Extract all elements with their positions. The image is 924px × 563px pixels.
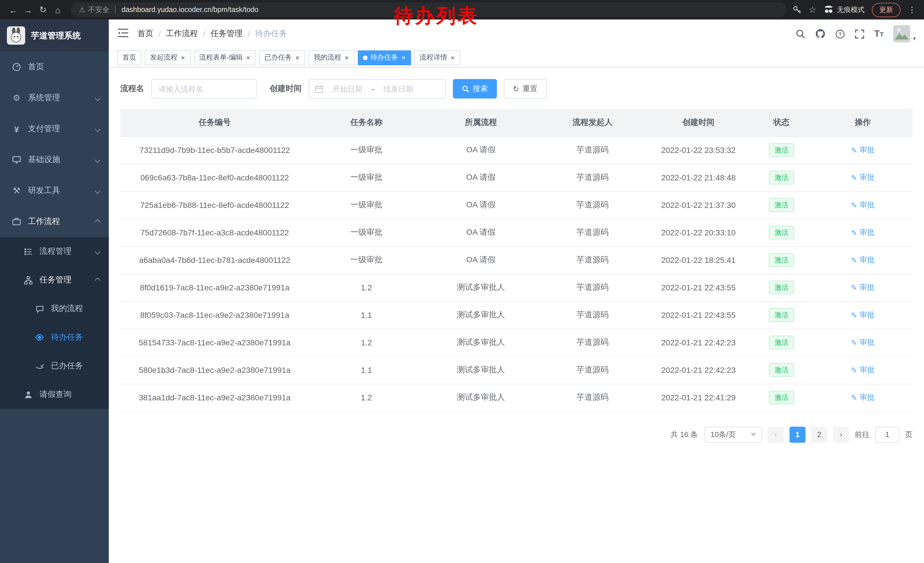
tag-done-tasks[interactable]: 已办任务 ×	[260, 50, 305, 65]
omnibox-divider	[116, 6, 116, 14]
status-badge: 激活	[769, 253, 794, 267]
sidebar-item-payment[interactable]: ¥ 支付管理	[0, 113, 109, 144]
cell-task-id: 58154733-7ac8-11ec-a9e2-a2380e71991a	[120, 329, 309, 356]
tag-process-detail[interactable]: 流程详情 ×	[414, 50, 460, 65]
back-icon[interactable]: ←	[6, 2, 21, 17]
navbar-actions: ? TT ▾	[796, 25, 924, 42]
sidebar-item-system[interactable]: ⚙ 系统管理	[0, 83, 109, 113]
browser-update-button[interactable]: 更新	[872, 3, 900, 17]
approve-link[interactable]: ✎审批	[851, 255, 874, 265]
forward-icon[interactable]: →	[21, 2, 36, 17]
cell-initiator: 芋道源码	[538, 384, 647, 411]
prev-page-button[interactable]: ‹	[768, 426, 784, 443]
sidebar-item-label: 待办任务	[51, 332, 83, 342]
sidebar-item-devtools[interactable]: ⚒ 研发工具	[0, 175, 109, 206]
tag-todo-tasks[interactable]: 待办任务 ×	[358, 50, 411, 65]
approve-link[interactable]: ✎审批	[851, 145, 874, 155]
approve-link[interactable]: ✎审批	[851, 173, 874, 183]
approve-link[interactable]: ✎审批	[851, 200, 874, 210]
address-bar[interactable]: ⚠ 不安全 dashboard.yudao.iocoder.cn/bpm/tas…	[71, 2, 786, 17]
approve-link[interactable]: ✎审批	[851, 310, 874, 320]
approve-link[interactable]: ✎审批	[851, 227, 874, 238]
reload-icon[interactable]: ↻	[36, 2, 50, 17]
sidebar-item-label: 请假查询	[39, 389, 72, 400]
date-range-picker[interactable]: -	[309, 79, 446, 99]
close-icon[interactable]: ×	[401, 54, 406, 62]
fullscreen-icon[interactable]	[855, 29, 864, 39]
sidebar-item-my-processes[interactable]: 我的流程	[0, 294, 109, 323]
sidebar-item-infrastructure[interactable]: 基础设施	[0, 144, 109, 175]
cell-process: OA 请假	[424, 219, 538, 246]
close-icon[interactable]: ×	[295, 54, 300, 62]
breadcrumb-home[interactable]: 首页	[137, 29, 153, 39]
help-icon[interactable]: ?	[835, 29, 845, 39]
next-page-button[interactable]: ›	[833, 426, 849, 443]
reset-button[interactable]: ↻ 重置	[504, 79, 547, 99]
search-icon[interactable]	[796, 29, 806, 39]
breadcrumb-separator: /	[203, 29, 206, 38]
close-icon[interactable]: ×	[180, 54, 186, 62]
page-button-2[interactable]: 2	[811, 426, 827, 443]
close-icon[interactable]: ×	[450, 54, 455, 62]
page-button-1[interactable]: 1	[789, 426, 806, 443]
tag-process-form-edit[interactable]: 流程表单-编辑 ×	[194, 50, 256, 65]
security-label: 不安全	[88, 5, 110, 15]
goto-page-input[interactable]	[875, 426, 899, 443]
approve-link[interactable]: ✎审批	[851, 365, 874, 375]
svg-text:?: ?	[838, 31, 842, 37]
key-icon[interactable]	[792, 5, 801, 14]
chevron-down-icon	[95, 126, 100, 132]
bookmark-star-icon[interactable]: ☆	[808, 5, 816, 15]
close-icon[interactable]: ×	[246, 54, 251, 62]
cell-task-name: 一级审批	[309, 219, 424, 246]
sidebar-item-done-tasks[interactable]: 已办任务	[0, 352, 109, 380]
search-button[interactable]: 搜索	[453, 79, 497, 99]
tag-home[interactable]: 首页	[117, 50, 141, 65]
table-row: 58154733-7ac8-11ec-a9e2-a2380e71991a 1.2…	[120, 329, 912, 356]
approve-link[interactable]: ✎审批	[851, 392, 874, 402]
url-text: dashboard.yudao.iocoder.cn/bpm/task/todo	[122, 6, 258, 14]
sidebar-item-home[interactable]: 首页	[0, 51, 109, 83]
tags-view-bar: 首页 发起流程 × 流程表单-编辑 × 已办任务 × 我的流程 × 待办任务 ×…	[109, 48, 924, 68]
table-row: a6aba0a4-7b6d-11ec-b781-acde48001122 一级审…	[120, 246, 912, 274]
browser-menu-icon[interactable]: ⋮	[908, 5, 916, 14]
table-row: 069c6a63-7b8a-11ec-8ef0-acde48001122 一级审…	[120, 164, 912, 191]
process-name-label: 流程名	[120, 84, 144, 94]
sidebar-item-label: 基础设施	[28, 155, 60, 165]
breadcrumb-separator: /	[248, 29, 250, 38]
chat-icon	[34, 305, 45, 313]
sidebar-item-workflow[interactable]: 工作流程	[0, 206, 109, 237]
range-separator: -	[372, 84, 374, 93]
sidebar-item-task-management[interactable]: 任务管理	[0, 266, 109, 294]
sidebar-collapse-icon[interactable]	[109, 28, 137, 40]
incognito-badge: 无痕模式	[824, 5, 864, 15]
close-icon[interactable]: ×	[344, 54, 349, 62]
sidebar-item-process-management[interactable]: 流程管理	[0, 237, 109, 266]
start-date-input[interactable]	[327, 84, 368, 94]
edit-icon: ✎	[851, 283, 857, 292]
sidebar-item-leave-query[interactable]: 请假查询	[0, 380, 109, 409]
total-count: 共 16 条	[670, 429, 698, 440]
cell-initiator: 芋道源码	[538, 191, 647, 219]
process-name-input[interactable]	[151, 79, 257, 99]
sidebar-item-label: 已办任务	[51, 361, 83, 371]
cell-process: 测试多审批人	[424, 301, 538, 329]
github-icon[interactable]	[815, 29, 825, 39]
status-badge: 激活	[769, 198, 794, 212]
approve-link[interactable]: ✎审批	[851, 282, 874, 293]
incognito-icon	[824, 6, 834, 14]
end-date-input[interactable]	[378, 84, 419, 94]
chevron-up-icon	[95, 277, 100, 283]
font-size-icon[interactable]: TT	[874, 29, 884, 39]
user-menu[interactable]: ▾	[893, 25, 916, 42]
table-row: 8f059c03-7ac8-11ec-a9e2-a2380e71991a 1.1…	[120, 301, 912, 329]
tag-my-processes[interactable]: 我的流程 ×	[309, 50, 354, 65]
breadcrumb-task-management[interactable]: 任务管理	[211, 29, 243, 39]
approve-link[interactable]: ✎审批	[851, 337, 874, 348]
home-icon[interactable]: ⌂	[50, 2, 65, 17]
cell-task-name: 1.1	[309, 301, 424, 329]
tag-start-process[interactable]: 发起流程 ×	[145, 50, 190, 65]
sidebar-item-todo-tasks[interactable]: 待办任务	[0, 323, 109, 352]
page-size-select[interactable]: 10条/页	[705, 426, 762, 443]
breadcrumb-workflow[interactable]: 工作流程	[166, 29, 198, 39]
